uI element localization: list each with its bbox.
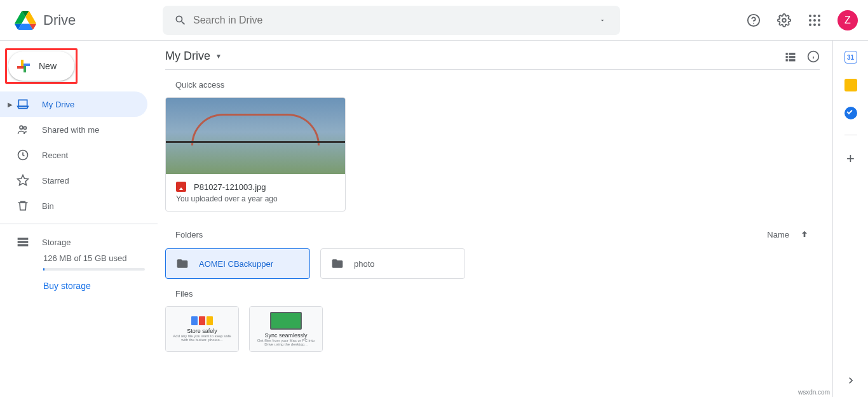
apps-icon[interactable]: [802, 8, 827, 33]
nav-label: Storage: [42, 238, 71, 247]
file-name: P81027-121003.jpg: [194, 182, 266, 192]
clock-icon: [15, 149, 31, 161]
new-button-highlight: New: [5, 48, 78, 84]
svg-rect-18: [18, 244, 29, 246]
nav-label: Starred: [42, 176, 69, 185]
folders-label: Folders: [175, 230, 203, 239]
svg-point-5: [818, 15, 820, 17]
folder-item[interactable]: photo: [320, 248, 465, 279]
svg-point-10: [813, 24, 816, 26]
arrow-up-icon: [799, 229, 810, 239]
svg-point-7: [813, 19, 816, 22]
info-icon[interactable]: [807, 50, 820, 63]
svg-point-4: [813, 15, 816, 17]
search-icon[interactable]: [168, 14, 193, 27]
avatar[interactable]: Z: [837, 10, 858, 30]
svg-rect-23: [786, 59, 788, 61]
header: Drive Z: [0, 0, 868, 41]
image-file-icon: [176, 182, 186, 192]
main-content: My Drive ▼ Quick access: [158, 41, 832, 397]
attribution: wsxdn.com: [798, 389, 830, 396]
nav-label: Shared with me: [42, 125, 99, 135]
svg-point-12: [20, 126, 23, 129]
expand-icon[interactable]: ▶: [8, 101, 15, 108]
people-icon: [15, 123, 31, 136]
tasks-icon[interactable]: [844, 107, 857, 119]
nav-label: Bin: [42, 201, 54, 211]
svg-rect-17: [18, 241, 29, 243]
files-label: Files: [175, 289, 820, 299]
new-button[interactable]: New: [8, 51, 74, 81]
svg-rect-19: [786, 53, 788, 55]
list-view-icon[interactable]: [784, 50, 797, 63]
svg-point-8: [818, 19, 820, 22]
add-icon[interactable]: +: [846, 151, 855, 167]
buy-storage-link[interactable]: Buy storage: [0, 281, 158, 291]
side-panel: 31 +: [832, 41, 868, 397]
storage-icon: [15, 236, 31, 248]
settings-icon[interactable]: [771, 8, 797, 33]
search-options-icon[interactable]: [590, 17, 615, 24]
svg-point-3: [809, 15, 811, 17]
svg-rect-24: [789, 59, 796, 61]
svg-rect-20: [789, 53, 796, 55]
new-button-label: New: [39, 61, 57, 71]
folder-name: AOMEI CBackupper: [199, 259, 273, 269]
svg-marker-15: [18, 175, 29, 185]
svg-point-11: [818, 24, 820, 26]
nav-label: Recent: [42, 151, 68, 160]
storage-bar: [43, 268, 145, 271]
file-card[interactable]: Store safely Add any file you want to ke…: [165, 306, 239, 352]
trash-icon: [15, 199, 31, 212]
thumbnail-image: [166, 98, 345, 174]
header-actions: Z: [741, 8, 863, 33]
chevron-down-icon: ▼: [215, 53, 222, 60]
svg-point-2: [782, 18, 786, 22]
folder-icon: [176, 257, 189, 270]
search-input[interactable]: [193, 15, 590, 26]
breadcrumb-label: My Drive: [165, 50, 210, 63]
folder-name: photo: [354, 259, 375, 269]
sidebar-item-recent[interactable]: Recent: [0, 142, 147, 168]
svg-point-9: [809, 24, 811, 26]
nav-label: My Drive: [42, 100, 74, 109]
folder-icon: [331, 257, 344, 270]
drive-icon: [15, 98, 31, 111]
file-card[interactable]: Sync seamlessly Get files from your Mac …: [249, 306, 323, 352]
svg-rect-21: [786, 56, 788, 58]
search-bar[interactable]: [163, 6, 620, 35]
sidebar-item-bin[interactable]: Bin: [0, 193, 147, 219]
storage-usage: 126 MB of 15 GB used: [0, 253, 158, 263]
sidebar-item-storage[interactable]: Storage: [0, 229, 147, 255]
plus-icon: [16, 58, 31, 74]
svg-rect-16: [18, 238, 29, 239]
sidebar: New ▶ My Drive Shared with me Recent: [0, 41, 158, 397]
quick-access-card[interactable]: P81027-121003.jpg You uploaded over a ye…: [165, 97, 346, 212]
app-name: Drive: [43, 12, 76, 29]
calendar-icon[interactable]: 31: [844, 51, 857, 64]
drive-logo-icon: [13, 8, 38, 33]
sort-control[interactable]: Name: [767, 229, 810, 239]
file-subtitle: You uploaded over a year ago: [176, 194, 335, 203]
svg-point-13: [24, 126, 26, 129]
sidebar-item-starred[interactable]: Starred: [0, 168, 147, 193]
folder-item[interactable]: AOMEI CBackupper: [165, 248, 310, 279]
sidebar-item-shared[interactable]: Shared with me: [0, 117, 147, 142]
chevron-right-icon[interactable]: [844, 374, 857, 387]
svg-point-6: [809, 19, 811, 22]
help-icon[interactable]: [741, 8, 766, 33]
divider: [0, 224, 158, 224]
keep-icon[interactable]: [844, 79, 857, 91]
breadcrumb[interactable]: My Drive ▼: [165, 50, 222, 63]
logo-section[interactable]: Drive: [5, 8, 163, 33]
star-icon: [15, 174, 31, 187]
quick-access-label: Quick access: [175, 80, 820, 90]
sidebar-item-my-drive[interactable]: ▶ My Drive: [0, 91, 147, 117]
svg-rect-22: [789, 56, 796, 58]
